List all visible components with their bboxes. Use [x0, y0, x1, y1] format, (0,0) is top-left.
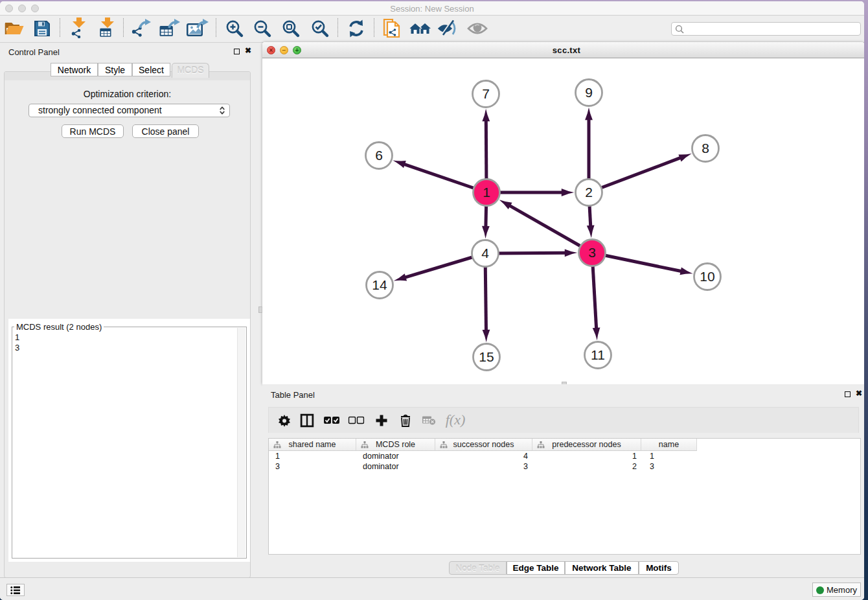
svg-text:1: 1 — [483, 185, 490, 200]
svg-text:2: 2 — [585, 185, 593, 200]
svg-text:4: 4 — [481, 246, 489, 260]
svg-text:6: 6 — [375, 148, 383, 163]
svg-text:14: 14 — [372, 277, 387, 292]
svg-text:9: 9 — [585, 85, 593, 100]
svg-text:7: 7 — [482, 86, 490, 101]
svg-text:11: 11 — [591, 347, 605, 362]
svg-text:10: 10 — [700, 269, 714, 284]
svg-text:3: 3 — [588, 245, 596, 260]
svg-text:8: 8 — [702, 141, 709, 156]
svg-text:15: 15 — [479, 349, 494, 364]
